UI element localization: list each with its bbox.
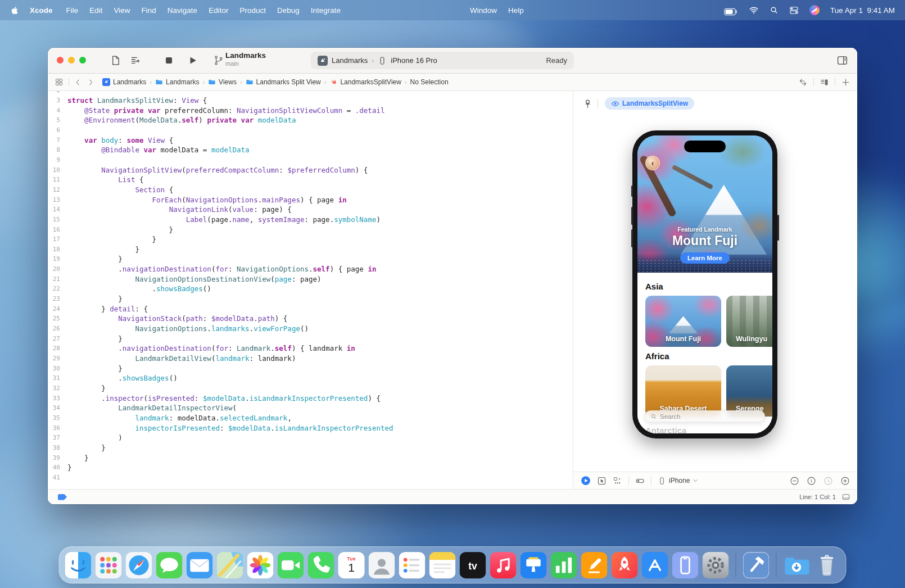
contacts-dock-icon[interactable] [369,552,395,578]
breadcrumb-item-landmarks[interactable]: Landmarks [102,78,146,86]
code-line[interactable]: 16 } [48,224,573,234]
preview-tag[interactable]: LandmarksSplitView [605,97,694,110]
menu-editor[interactable]: Editor [203,6,234,15]
battery-icon[interactable] [724,5,738,15]
code-line[interactable]: 20 .navigationDestination(for: Navigatio… [48,264,573,274]
pin-preview-icon[interactable] [582,98,593,109]
code-review-icon[interactable] [798,78,808,87]
code-review-sparkle-icon[interactable] [130,55,142,66]
menu-edit[interactable]: Edit [84,6,108,15]
code-line[interactable]: 21 NavigationOptionsDestinationView(page… [48,274,573,284]
rocket-dock-icon[interactable] [612,552,638,578]
mail-dock-icon[interactable] [187,552,213,578]
code-line[interactable]: 17 } [48,234,573,245]
iphone-mirroring-dock-icon[interactable] [672,552,699,578]
source-editor[interactable]: 23struct LandmarksSplitView: View {4 @St… [48,91,573,489]
scheme-title[interactable]: Landmarks main [225,51,266,67]
menu-product[interactable]: Product [234,6,272,15]
landmark-card-serengeti[interactable]: Serenge [726,365,772,417]
related-items-icon[interactable] [55,78,64,87]
menu-find[interactable]: Find [136,6,162,15]
code-line[interactable]: 30 } [48,363,573,373]
code-line[interactable]: 13 ForEach(NavigationOptions.mainPages) … [48,195,573,205]
downloads-dock-icon[interactable] [784,552,810,578]
code-line[interactable]: 38 } [48,443,573,453]
code-line[interactable]: 7 var body: some View { [48,135,573,145]
phone-dock-icon[interactable] [308,552,334,578]
menu-integrate[interactable]: Integrate [305,6,346,15]
messages-dock-icon[interactable] [156,552,183,578]
code-line[interactable]: 32 } [48,383,573,393]
notes-dock-icon[interactable] [429,552,456,578]
add-editor-icon[interactable] [841,78,850,87]
new-file-icon[interactable] [110,55,121,66]
code-line[interactable]: 23 } [48,294,573,304]
code-line[interactable]: 40} [48,463,573,473]
selectable-mode-button[interactable] [597,476,607,486]
control-center-icon[interactable] [789,6,799,15]
featured-hero-image[interactable]: ‹ Featured Landmark Mount Fuji Learn Mor… [637,135,772,273]
siri-icon[interactable] [809,5,820,15]
breakpoint-indicator[interactable] [58,494,67,500]
zoom-in-button[interactable] [840,476,850,486]
zoom-100-button[interactable]: 1 [807,476,816,486]
trash-dock-icon[interactable] [814,552,840,578]
learn-more-button[interactable]: Learn More [680,252,730,264]
code-line[interactable]: 5 @Environment(ModelData.self) private v… [48,115,573,125]
line-col-indicator[interactable]: Line: 1 Col: 1 [799,494,836,500]
forward-navigation-icon[interactable] [87,79,94,86]
calendar-dock-icon[interactable]: Tue1 [338,552,365,578]
code-line[interactable]: 35 landmark: modelData.selectedLandmark, [48,413,573,423]
code-line[interactable]: 12 Section { [48,185,573,195]
device-settings-button[interactable] [635,476,645,486]
menu-help[interactable]: Help [503,6,530,15]
code-line[interactable]: 6 [48,125,573,135]
code-line[interactable]: 37 ) [48,433,573,443]
landmark-card-mount-fuji[interactable]: Mount Fuji [645,296,721,347]
menu-view[interactable]: View [108,6,136,15]
safari-dock-icon[interactable] [126,552,152,578]
breadcrumb-item-views[interactable]: Views [208,78,237,86]
menu-debug[interactable]: Debug [272,6,305,15]
variants-mode-button[interactable] [613,476,622,486]
code-line[interactable]: 3struct LandmarksSplitView: View { [48,96,573,106]
launchpad-dock-icon[interactable] [96,552,122,578]
breadcrumb-item-landmarks[interactable]: Landmarks [155,78,199,86]
pages-dock-icon[interactable] [581,552,608,578]
code-line[interactable]: 34 LandmarkDetailInspectorView( [48,403,573,413]
code-line[interactable]: 36 inspectorIsPresented: $modelData.isLa… [48,423,573,433]
destination-device[interactable]: iPhone 16 Pro [391,56,437,65]
code-line[interactable]: 28 .navigationDestination(for: Landmark.… [48,343,573,354]
code-line[interactable]: 14 NavigationLink(value: page) { [48,205,573,215]
facetime-dock-icon[interactable] [278,552,304,578]
code-line[interactable]: 39 } [48,453,573,463]
code-line[interactable]: 41 [48,473,573,483]
numbers-dock-icon[interactable] [551,552,577,578]
settings-dock-icon[interactable] [703,552,729,578]
wifi-icon[interactable] [749,5,759,15]
code-line[interactable]: 24 } detail: { [48,304,573,314]
back-navigation-icon[interactable] [74,79,82,86]
code-line[interactable]: 33 .inspector(isPresented: $modelData.is… [48,393,573,403]
apple-menu-icon[interactable] [10,6,20,15]
code-line[interactable]: 22 .showsBadges() [48,284,573,294]
code-line[interactable]: 9 [48,155,573,165]
menu-window[interactable]: Window [464,6,503,15]
code-line[interactable]: 4 @State private var preferredColumn: Na… [48,105,573,115]
zoom-window-button[interactable] [79,57,86,64]
landmark-card-wulingyu[interactable]: Wulingyu [726,296,772,347]
code-line[interactable]: 2 [48,91,573,96]
run-button[interactable] [187,55,198,66]
finder-dock-icon[interactable] [65,552,92,578]
music-dock-icon[interactable] [490,552,517,578]
breadcrumb-item-no-selection[interactable]: No Selection [410,78,449,86]
close-window-button[interactable] [57,57,64,64]
inspector-toggle-icon[interactable] [836,55,848,66]
search-bar[interactable]: Search [645,410,765,422]
code-line[interactable]: 18 } [48,245,573,255]
xcode-dock-icon[interactable] [743,552,770,578]
destination-project[interactable]: Landmarks [332,56,368,65]
minimize-window-button[interactable] [68,57,75,64]
maps-dock-icon[interactable] [217,552,243,578]
code-line[interactable]: 11 List { [48,175,573,185]
